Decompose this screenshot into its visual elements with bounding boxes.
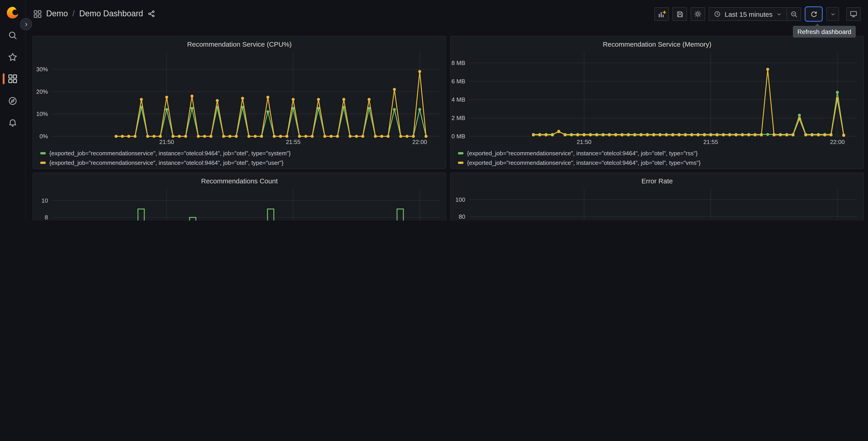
alerting-bell-icon[interactable]: [8, 118, 18, 128]
save-floppy-icon: [676, 10, 684, 18]
svg-text:8 MB: 8 MB: [452, 60, 465, 66]
svg-text:100: 100: [456, 196, 465, 203]
svg-text:21:55: 21:55: [286, 139, 301, 145]
svg-text:0%: 0%: [39, 133, 48, 140]
breadcrumb-root[interactable]: Demo: [46, 9, 68, 19]
legend-swatch: [458, 161, 463, 164]
panel-recommendation-cpu: Recommendation Service (CPU%) 0%10%20%30…: [33, 36, 446, 169]
sidebar-expand-button[interactable]: [20, 18, 32, 30]
svg-text:21:50: 21:50: [159, 139, 174, 145]
panel-error-rate: Error Rate 02040608010021:5021:5522:00 {…: [450, 173, 864, 220]
save-dashboard-button[interactable]: [673, 7, 687, 21]
clock-icon: [714, 10, 721, 18]
refresh-tooltip: Refresh dashboard: [793, 26, 856, 37]
time-range-picker[interactable]: Last 15 minutes: [709, 8, 786, 20]
search-icon[interactable]: [8, 30, 18, 40]
legend-item: {exported_job="recommendationservice", i…: [458, 148, 864, 158]
panel-recommendations-count: Recommendations Count 024681021:5021:552…: [33, 173, 446, 220]
svg-text:21:55: 21:55: [703, 139, 718, 145]
legend-item: {exported_job="recommendationservice", i…: [40, 158, 446, 168]
legend-item: {exported_job="recommendationservice", i…: [40, 148, 446, 158]
breadcrumb-current: Demo Dashboard: [79, 9, 143, 19]
breadcrumb: Demo / Demo Dashboard: [33, 9, 155, 19]
svg-text:0 MB: 0 MB: [452, 133, 465, 140]
explore-compass-icon[interactable]: [8, 96, 18, 106]
legend-swatch: [458, 152, 463, 154]
panel-title[interactable]: Error Rate: [451, 173, 864, 188]
svg-text:8: 8: [45, 214, 48, 220]
grafana-logo-icon[interactable]: [6, 6, 20, 20]
legend-label[interactable]: {exported_job="recommendationservice", i…: [49, 159, 283, 166]
svg-text:10%: 10%: [36, 111, 48, 117]
refresh-dashboard-button[interactable]: [805, 6, 823, 22]
legend-swatch: [40, 161, 46, 164]
legend: {exported_job="recommendationservice", i…: [451, 147, 864, 168]
svg-text:2 MB: 2 MB: [452, 115, 465, 121]
panel-title[interactable]: Recommendations Count: [33, 173, 446, 188]
cpu-chart-plot[interactable]: 0%10%20%30%21:5021:5522:00: [33, 52, 447, 147]
favorites-star-icon[interactable]: [8, 52, 18, 62]
svg-text:22:00: 22:00: [412, 139, 427, 145]
refresh-interval-dropdown[interactable]: [826, 7, 839, 21]
zoom-out-icon: [790, 10, 798, 18]
active-nav-indicator: [3, 74, 4, 84]
time-controls: Last 15 minutes: [709, 7, 801, 21]
panel-title[interactable]: Recommendation Service (CPU%): [33, 36, 446, 52]
svg-text:20%: 20%: [36, 88, 48, 95]
add-panel-icon: [657, 10, 666, 18]
add-panel-button[interactable]: [654, 7, 669, 21]
svg-text:30%: 30%: [36, 66, 48, 73]
legend-label[interactable]: {exported_job="recommendationservice", i…: [467, 159, 701, 166]
legend-label[interactable]: {exported_job="recommendationservice", i…: [49, 150, 291, 157]
legend: {exported_job="recommendationservice", i…: [33, 147, 446, 168]
chevron-down-icon: [830, 11, 836, 17]
share-icon[interactable]: [148, 10, 155, 18]
chevron-right-icon: [23, 22, 29, 27]
monitor-icon: [849, 10, 858, 18]
memory-chart-plot[interactable]: 0 MB2 MB4 MB6 MB8 MB21:5021:5522:00: [451, 52, 864, 147]
chevron-down-icon: [776, 11, 782, 17]
svg-text:10: 10: [41, 197, 48, 204]
svg-text:4 MB: 4 MB: [452, 96, 465, 103]
sidebar: [0, 0, 26, 220]
header: Demo / Demo Dashboard: [25, 0, 868, 28]
toolbar: Last 15 minutes: [654, 7, 861, 21]
panel-recommendation-memory: Recommendation Service (Memory) 0 MB2 MB…: [450, 36, 864, 169]
svg-text:80: 80: [459, 213, 465, 220]
grafana-dashboard: Demo / Demo Dashboard: [0, 0, 868, 220]
dashboards-grid-icon[interactable]: [8, 74, 18, 84]
refresh-icon: [810, 10, 817, 18]
breadcrumb-separator: /: [72, 9, 75, 19]
svg-text:22:00: 22:00: [830, 139, 845, 145]
dashboard-settings-button[interactable]: [691, 7, 705, 21]
svg-text:21:50: 21:50: [577, 139, 591, 145]
zoom-out-button[interactable]: [786, 8, 801, 20]
count-chart-plot[interactable]: 024681021:5021:5522:00: [33, 188, 447, 220]
panel-title[interactable]: Recommendation Service (Memory): [451, 36, 864, 52]
legend-item: {exported_job="recommendationservice", i…: [458, 158, 864, 168]
legend-label[interactable]: {exported_job="recommendationservice", i…: [467, 150, 698, 157]
svg-text:6 MB: 6 MB: [452, 78, 465, 85]
error-rate-chart-plot[interactable]: 02040608010021:5021:5522:00: [451, 188, 864, 220]
kiosk-mode-button[interactable]: [846, 7, 861, 21]
time-range-label: Last 15 minutes: [724, 10, 773, 18]
apps-grid-icon: [33, 10, 42, 18]
legend-swatch: [40, 152, 46, 154]
gear-icon: [694, 10, 702, 18]
